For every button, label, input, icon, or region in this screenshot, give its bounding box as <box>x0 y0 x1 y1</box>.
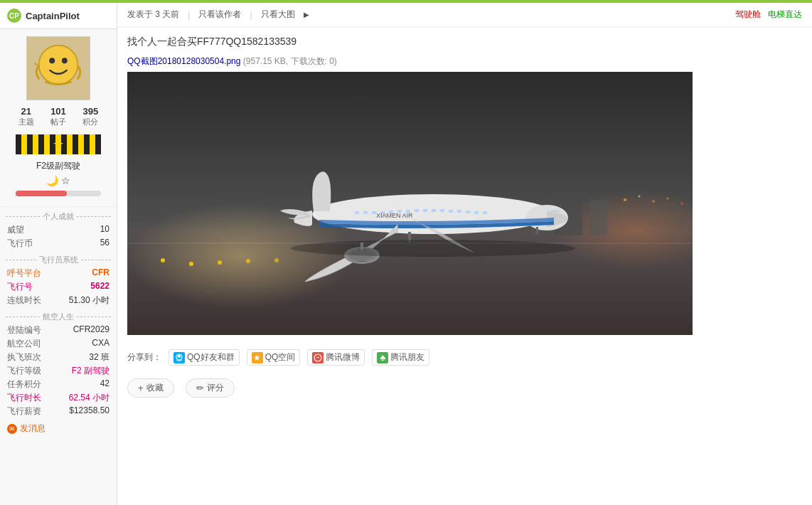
rate-btn[interactable]: ✏ 评分 <box>186 378 235 398</box>
svg-point-51 <box>314 354 321 361</box>
loginid-label: 登陆编号 <box>7 324 41 336</box>
xp-bar <box>16 191 101 196</box>
callsign-platform-label: 呼号平台 <box>7 267 41 280</box>
action-bar: + 收藏 ✏ 评分 <box>127 374 802 402</box>
flightlevel-row: 飞行等级 F2 副驾驶 <box>0 364 117 378</box>
svg-point-2 <box>49 58 55 63</box>
collect-label: 收藏 <box>146 382 164 394</box>
flighttime-label: 飞行时长 <box>7 392 41 404</box>
envelope-icon: ✉ <box>7 424 17 434</box>
svg-rect-20 <box>589 200 607 235</box>
prestige-value: 10 <box>100 224 109 236</box>
share-area: 分享到： QQ好友和群 ★ QQ空间 腾讯微博 <box>127 341 802 374</box>
svg-rect-46 <box>533 233 540 236</box>
share-friend-btn[interactable]: ♣ 腾讯朋友 <box>372 349 429 366</box>
weibo-share-label: 腾讯微博 <box>326 351 360 363</box>
flightlevel-value: F2 副驾驶 <box>72 365 109 377</box>
share-qq-btn[interactable]: QQ好友和群 <box>169 349 240 366</box>
friend-share-icon: ♣ <box>377 352 388 363</box>
collect-btn[interactable]: + 收藏 <box>127 378 174 398</box>
flightsys-divider: 飞行员系统 <box>6 255 111 265</box>
svg-rect-27 <box>355 211 359 214</box>
svg-point-48 <box>291 240 575 257</box>
share-label: 分享到： <box>127 351 161 363</box>
arrow-right-icon: ▶ <box>304 11 309 18</box>
attachment-meta: (957.15 KB, 下载次数: 0) <box>243 56 337 66</box>
flightlevel-label: 飞行等级 <box>7 365 41 377</box>
svg-point-12 <box>246 259 250 263</box>
attachment-link[interactable]: QQ截图20180128030504.png <box>127 56 240 66</box>
qzone-share-icon: ★ <box>252 352 263 363</box>
flightcoin-row: 飞行币 56 <box>0 237 117 250</box>
svg-rect-39 <box>457 210 461 213</box>
svg-point-17 <box>667 198 669 200</box>
flightno-row: 飞行号 5622 <box>0 280 117 294</box>
missionscore-value: 42 <box>100 378 109 390</box>
toolbar-right: 驾驶舱 电梯直达 <box>735 9 802 21</box>
svg-point-13 <box>274 258 279 262</box>
svg-point-15 <box>639 196 641 198</box>
avatar-area: 21 主题 101 帖子 395 积分 ★ F2级副驾驶 🌙 ☆ <box>0 29 117 207</box>
posted-time: 发表于 3 天前 <box>127 9 179 21</box>
score-num: 395 <box>82 106 98 117</box>
post-title: 找个人一起合买FF777QQ1582133539 <box>127 36 802 48</box>
airline-value: CXA <box>92 338 109 350</box>
cockpit-btn[interactable]: 驾驶舱 <box>735 9 761 21</box>
online-time-label: 连线时长 <box>7 294 41 307</box>
score-label: 积分 <box>82 117 98 127</box>
flightclass-label: 执飞班次 <box>7 351 41 363</box>
flightno-label: 飞行号 <box>7 281 33 293</box>
svg-point-50 <box>178 355 181 358</box>
send-message-btn[interactable]: ✉ 发消息 <box>0 418 117 439</box>
weibo-share-icon <box>312 352 324 363</box>
qq-share-label: QQ好友和群 <box>187 351 235 363</box>
avatar[interactable] <box>26 36 90 100</box>
svg-rect-35 <box>423 209 427 212</box>
missionscore-row: 任务积分 42 <box>0 378 117 391</box>
share-qzone-btn[interactable]: ★ QQ空间 <box>247 349 301 366</box>
post-image: XIAMEN AIR <box>127 72 693 335</box>
rank-title: F2级副驾驶 <box>36 159 80 174</box>
callsign-platform-value: CFR <box>92 267 109 280</box>
svg-rect-36 <box>432 209 436 212</box>
flighttime-row: 飞行时长 62.54 小时 <box>0 391 117 405</box>
svg-point-3 <box>62 58 68 63</box>
flightclass-value: 32 班 <box>89 351 109 363</box>
qq-share-icon <box>173 352 185 363</box>
topics-label: 主题 <box>18 117 34 127</box>
stat-posts: 101 帖子 <box>50 106 66 127</box>
site-logo: CP <box>7 9 21 23</box>
rank-star-icon: ★ <box>53 137 64 152</box>
share-weibo-btn[interactable]: 腾讯微博 <box>307 349 365 366</box>
online-time-row: 连线时长 51.30 小时 <box>0 294 117 307</box>
prestige-row: 威望 10 <box>0 223 117 237</box>
posts-label: 帖子 <box>50 117 66 127</box>
stat-score: 395 积分 <box>82 106 98 127</box>
svg-point-1 <box>39 46 78 85</box>
elevator-btn[interactable]: 电梯直达 <box>768 9 802 21</box>
svg-point-14 <box>624 198 626 201</box>
flightclass-row: 执飞班次 32 班 <box>0 351 117 364</box>
post-content: 找个人一起合买FF777QQ1582133539 QQ截图20180128030… <box>117 27 812 410</box>
content-area: 发表于 3 天前 | 只看该作者 | 只看大图 ▶ 驾驶舱 电梯直达 找个人一起… <box>117 3 812 505</box>
loginid-row: 登陆编号 CFR2029 <box>0 324 117 337</box>
only-author-link[interactable]: 只看该作者 <box>198 9 241 21</box>
rate-label: 评分 <box>207 382 224 394</box>
flightno-value: 5622 <box>90 281 109 293</box>
missionscore-label: 任务积分 <box>7 378 41 390</box>
svg-point-11 <box>218 260 222 265</box>
svg-point-10 <box>189 262 193 266</box>
svg-rect-41 <box>474 211 479 214</box>
qzone-share-label: QQ空间 <box>265 351 296 363</box>
plus-icon: + <box>138 383 144 393</box>
flightsalary-label: 飞行薪资 <box>7 405 41 418</box>
site-title: CaptainPilot <box>26 11 80 21</box>
xp-bar-fill <box>16 191 67 196</box>
flightsalary-value: $12358.50 <box>69 405 109 418</box>
airline-label: 航空公司 <box>7 338 41 350</box>
main-container: CP CaptainPilot <box>0 3 812 505</box>
svg-rect-42 <box>483 211 487 214</box>
only-big-image-link[interactable]: 只看大图 <box>261 9 295 21</box>
svg-rect-38 <box>449 210 453 213</box>
send-msg-label: 发消息 <box>20 422 46 435</box>
